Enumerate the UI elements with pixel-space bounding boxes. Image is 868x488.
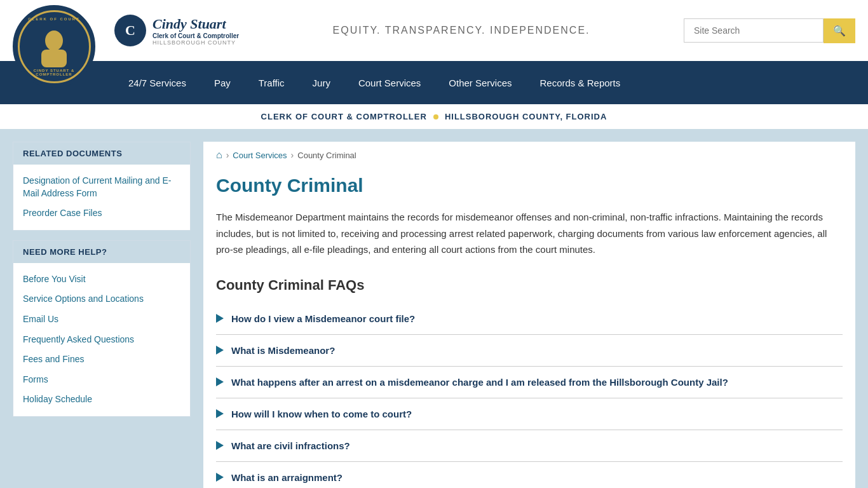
main-content: ⌂ › Court Services › County Criminal Cou… (203, 142, 855, 488)
faq-section-title: County Criminal FAQs (216, 277, 843, 294)
help-card: NEED MORE HELP? Before You VisitService … (13, 240, 191, 417)
help-link-holiday-schedule[interactable]: Holiday Schedule (23, 390, 180, 410)
help-link-frequently-asked-questions[interactable]: Frequently Asked Questions (23, 330, 180, 350)
faq-arrow-icon (216, 314, 224, 323)
related-documents-body: Designation of Current Mailing and E-Mai… (13, 165, 190, 230)
faq-item[interactable]: What is an arraignment? (216, 462, 843, 489)
related-doc-link[interactable]: Preorder Case Files (23, 203, 180, 224)
nav-item-jury[interactable]: Jury (299, 61, 344, 104)
faq-question: How will I know when to come to court? (231, 407, 412, 421)
help-link-email-us[interactable]: Email Us (23, 309, 180, 330)
help-link-fees-and-fines[interactable]: Fees and Fines (23, 349, 180, 370)
institution-left: CLERK OF COURT & COMPTROLLER (261, 112, 427, 121)
breadcrumb-sep-1: › (226, 150, 229, 160)
faq-arrow-icon (216, 441, 224, 450)
site-header: CLERK OF COURT CINDY STUART & COMPTROLLE… (0, 0, 868, 61)
faq-arrow-icon (216, 377, 224, 386)
faq-item[interactable]: How do I view a Misdemeanor court file? (216, 303, 843, 335)
faq-item[interactable]: What is Misdemeanor? (216, 335, 843, 367)
brand-name: Cindy Stuart (153, 16, 239, 32)
breadcrumb-sep-2: › (291, 150, 294, 160)
faq-question: What is Misdemeanor? (231, 344, 335, 357)
nav-item-other-services[interactable]: Other Services (435, 61, 526, 104)
brand-area: C Cindy Stuart Clerk of Court & Comptrol… (114, 15, 239, 46)
sidebar: RELATED DOCUMENTS Designation of Current… (13, 142, 191, 488)
faq-arrow-icon (216, 409, 224, 418)
nav-item-247-services[interactable]: 24/7 Services (114, 61, 200, 104)
faq-question: What happens after an arrest on a misdem… (231, 376, 728, 389)
faq-item[interactable]: What happens after an arrest on a misdem… (216, 367, 843, 398)
content-inner: County Criminal The Misdemeanor Departme… (203, 168, 855, 488)
related-doc-link[interactable]: Designation of Current Mailing and E-Mai… (23, 171, 180, 203)
faq-item[interactable]: How will I know when to come to court? (216, 398, 843, 430)
breadcrumb-court-services[interactable]: Court Services (233, 151, 287, 160)
page-description: The Misdemeanor Department maintains the… (216, 209, 843, 258)
brand-icon: C (114, 15, 146, 46)
svg-text:C: C (125, 22, 135, 38)
related-documents-header: RELATED DOCUMENTS (13, 142, 190, 165)
faq-question: What are civil infractions? (231, 439, 350, 452)
related-documents-card: RELATED DOCUMENTS Designation of Current… (13, 142, 191, 231)
dot-separator (433, 114, 438, 119)
site-logo[interactable]: CLERK OF COURT CINDY STUART & COMPTROLLE… (13, 5, 95, 88)
search-area: 🔍 (684, 18, 855, 43)
nav-item-traffic[interactable]: Traffic (245, 61, 299, 104)
brand-county: HILLSBOROUGH COUNTY (153, 39, 239, 46)
faq-list: How do I view a Misdemeanor court file?W… (216, 303, 843, 489)
help-body: Before You VisitService Options and Loca… (13, 263, 190, 416)
faq-question: How do I view a Misdemeanor court file? (231, 312, 415, 325)
main-nav: 24/7 ServicesPayTrafficJuryCourt Service… (0, 61, 868, 104)
main-layout: RELATED DOCUMENTS Designation of Current… (0, 129, 868, 488)
svg-point-0 (45, 30, 63, 51)
nav-item-records--reports[interactable]: Records & Reports (526, 61, 635, 104)
faq-arrow-icon (216, 346, 224, 355)
brand-text: Cindy Stuart Clerk of Court & Comptrolle… (153, 16, 239, 46)
institution-bar: CLERK OF COURT & COMPTROLLER HILLSBOROUG… (0, 104, 868, 129)
nav-item-court-services[interactable]: Court Services (344, 61, 435, 104)
help-link-service-options-and-locations[interactable]: Service Options and Locations (23, 289, 180, 309)
help-link-before-you-visit[interactable]: Before You Visit (23, 269, 180, 290)
faq-question: What is an arraignment? (231, 471, 342, 484)
search-input[interactable] (684, 18, 824, 43)
search-button[interactable]: 🔍 (824, 18, 855, 43)
header-tagline: EQUITY. TRANSPARENCY. INDEPENDENCE. (252, 25, 671, 36)
faq-item[interactable]: What are civil infractions? (216, 430, 843, 462)
home-icon[interactable]: ⌂ (216, 149, 222, 161)
svg-point-3 (65, 65, 68, 67)
help-header: NEED MORE HELP? (13, 241, 190, 263)
brand-subtitle: Clerk of Court & Comptroller (153, 32, 239, 39)
svg-rect-1 (41, 50, 67, 67)
page-title: County Criminal (216, 175, 843, 196)
faq-arrow-icon (216, 473, 224, 482)
breadcrumb-current: County Criminal (297, 151, 356, 160)
help-link-forms[interactable]: Forms (23, 370, 180, 390)
nav-item-pay[interactable]: Pay (200, 61, 245, 104)
breadcrumb: ⌂ › Court Services › County Criminal (203, 142, 855, 168)
svg-point-2 (40, 65, 43, 67)
institution-right: HILLSBOROUGH COUNTY, FLORIDA (445, 112, 607, 121)
